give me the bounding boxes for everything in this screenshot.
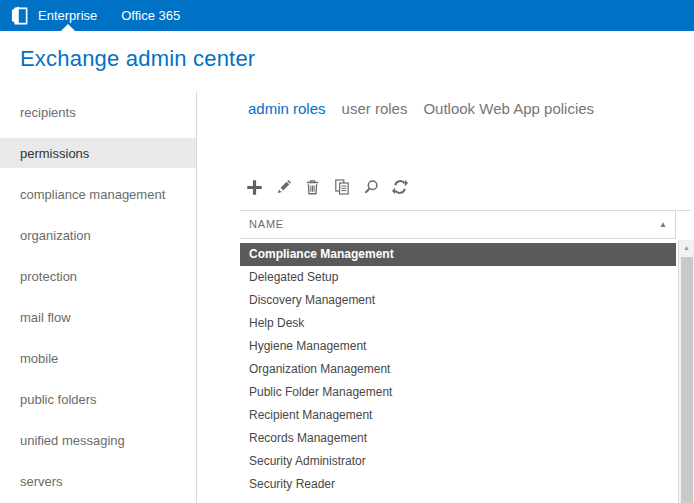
table-header[interactable]: NAME ▲: [240, 210, 676, 239]
top-bar: Enterprise Office 365: [0, 0, 694, 31]
page-title: Exchange admin center: [20, 46, 255, 72]
list-item[interactable]: Discovery Management: [240, 289, 676, 312]
sidebar-item-mobile[interactable]: mobile: [0, 343, 196, 373]
list-item[interactable]: Public Folder Management: [240, 381, 676, 404]
sidebar-divider: [196, 92, 197, 503]
sidebar-item-protection[interactable]: protection: [0, 261, 196, 291]
sidebar-item-mail-flow[interactable]: mail flow: [0, 302, 196, 332]
list-item[interactable]: Security Administrator: [240, 450, 676, 473]
refresh-button[interactable]: [390, 177, 409, 197]
scrollbar-thumb[interactable]: [681, 257, 693, 503]
sidebar-item-public-folders[interactable]: public folders: [0, 384, 196, 414]
sidebar-nav: recipients permissions compliance manage…: [0, 97, 196, 503]
list-item[interactable]: Delegated Setup: [240, 266, 676, 289]
delete-button[interactable]: [303, 177, 322, 197]
office-logo-icon: [10, 5, 29, 26]
sidebar-item-recipients[interactable]: recipients: [0, 97, 196, 127]
sidebar-item-unified-messaging[interactable]: unified messaging: [0, 425, 196, 455]
list-item[interactable]: Security Reader: [240, 473, 676, 496]
column-header-name[interactable]: NAME: [249, 211, 284, 238]
sidebar-item-organization[interactable]: organization: [0, 220, 196, 250]
refresh-icon: [392, 179, 408, 195]
sort-ascending-icon[interactable]: ▲: [659, 211, 667, 238]
copy-icon: [334, 179, 350, 195]
list-item[interactable]: Compliance Management: [240, 243, 676, 266]
edit-button[interactable]: [274, 177, 293, 197]
list-item[interactable]: Organization Management: [240, 358, 676, 381]
scroll-up-button[interactable]: ▲: [679, 240, 694, 256]
search-icon: [363, 179, 379, 195]
search-button[interactable]: [361, 177, 380, 197]
list-item[interactable]: Recipient Management: [240, 404, 676, 427]
header-border-extension: [677, 210, 691, 211]
copy-button[interactable]: [332, 177, 351, 197]
top-nav: Enterprise Office 365: [38, 0, 180, 31]
content-tabs: admin roles user roles Outlook Web App p…: [248, 100, 594, 117]
edit-icon: [276, 179, 292, 195]
list-item[interactable]: Hygiene Management: [240, 335, 676, 358]
sidebar-item-compliance-management[interactable]: compliance management: [0, 179, 196, 209]
vertical-scrollbar[interactable]: ▲: [678, 240, 694, 503]
add-button[interactable]: [245, 177, 264, 197]
list-item[interactable]: Help Desk: [240, 312, 676, 335]
sidebar-item-servers[interactable]: servers: [0, 466, 196, 496]
tab-owa-policies[interactable]: Outlook Web App policies: [423, 100, 594, 117]
tab-user-roles[interactable]: user roles: [342, 100, 408, 117]
tab-admin-roles[interactable]: admin roles: [248, 100, 326, 117]
list-item[interactable]: Records Management: [240, 427, 676, 450]
delete-icon: [305, 179, 320, 195]
top-nav-office365[interactable]: Office 365: [121, 8, 180, 23]
sidebar-item-permissions[interactable]: permissions: [0, 138, 196, 168]
selected-tab-notch: [61, 24, 75, 31]
add-icon: [246, 179, 263, 196]
admin-roles-list: Compliance Management Delegated Setup Di…: [240, 243, 676, 496]
top-nav-enterprise[interactable]: Enterprise: [38, 8, 97, 23]
roles-toolbar: [245, 177, 409, 197]
